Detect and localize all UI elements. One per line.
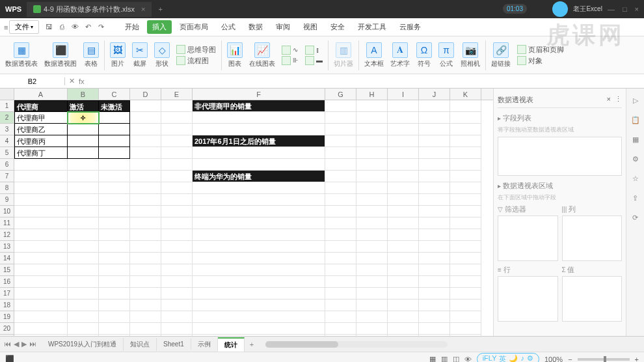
- add-sheet-button[interactable]: +: [245, 341, 259, 348]
- picture-button[interactable]: 🖼图片: [107, 42, 128, 68]
- cell[interactable]: [356, 217, 388, 229]
- cell[interactable]: [68, 135, 99, 147]
- cell[interactable]: [130, 112, 161, 124]
- cell[interactable]: [68, 299, 99, 311]
- cell[interactable]: [193, 335, 325, 336]
- cell[interactable]: [130, 194, 161, 206]
- col-header[interactable]: E: [161, 89, 193, 100]
- row-header[interactable]: 4: [0, 135, 14, 147]
- cell[interactable]: [14, 311, 68, 323]
- cell[interactable]: [130, 229, 161, 241]
- cell[interactable]: 代理商丙: [14, 135, 68, 147]
- cell[interactable]: 终端为华为的销量: [193, 171, 325, 182]
- maximize-icon[interactable]: □: [623, 5, 627, 13]
- cell[interactable]: [161, 241, 193, 253]
- cell[interactable]: [388, 288, 419, 299]
- cell[interactable]: [356, 229, 388, 241]
- cell[interactable]: [161, 194, 193, 206]
- cell[interactable]: [161, 264, 193, 276]
- row-header[interactable]: 12: [0, 229, 14, 241]
- last-sheet-icon[interactable]: ⏭: [29, 340, 36, 348]
- cell[interactable]: [450, 112, 481, 124]
- cell[interactable]: [388, 276, 419, 288]
- cell[interactable]: [356, 253, 388, 264]
- select-tool-icon[interactable]: ▷: [630, 95, 641, 105]
- cell[interactable]: [14, 229, 68, 241]
- sparkline-wl[interactable]: ▬: [305, 56, 323, 65]
- cell[interactable]: [130, 206, 161, 217]
- cell[interactable]: [450, 229, 481, 241]
- cell[interactable]: [99, 253, 130, 264]
- cell[interactable]: [356, 206, 388, 217]
- cell[interactable]: [419, 206, 450, 217]
- filter-area[interactable]: [498, 216, 558, 261]
- select-all-corner[interactable]: [0, 89, 14, 100]
- pivot-chart-button[interactable]: ⬛数据透视图: [42, 42, 79, 68]
- col-header[interactable]: F: [193, 89, 325, 100]
- cell[interactable]: [388, 147, 419, 159]
- cell[interactable]: [388, 217, 419, 229]
- cell[interactable]: [450, 171, 481, 182]
- row-header[interactable]: 21: [0, 335, 14, 336]
- sheet-tab-active[interactable]: 统计: [218, 337, 245, 352]
- formula-input[interactable]: [88, 77, 644, 85]
- view-normal-icon[interactable]: ▦: [429, 355, 436, 362]
- cell[interactable]: [325, 112, 356, 124]
- row-header[interactable]: 2: [0, 112, 14, 124]
- cell[interactable]: [388, 159, 419, 171]
- cell[interactable]: 2017年6月1日之后的销量: [193, 135, 325, 147]
- cell[interactable]: [450, 335, 481, 336]
- cell[interactable]: [193, 182, 325, 194]
- cell[interactable]: [68, 311, 99, 323]
- cell[interactable]: [14, 217, 68, 229]
- cell[interactable]: [14, 171, 68, 182]
- view-page-icon[interactable]: ▥: [441, 355, 448, 362]
- cell[interactable]: [356, 299, 388, 311]
- tab-view[interactable]: 视图: [298, 20, 323, 34]
- cell[interactable]: [14, 206, 68, 217]
- cell[interactable]: [193, 264, 325, 276]
- cell[interactable]: [450, 194, 481, 206]
- preview-icon[interactable]: 👁: [70, 23, 79, 31]
- cell[interactable]: [14, 276, 68, 288]
- col-header[interactable]: J: [419, 89, 450, 100]
- cell[interactable]: [161, 311, 193, 323]
- row-header[interactable]: 9: [0, 194, 14, 206]
- cell[interactable]: [419, 311, 450, 323]
- row-header[interactable]: 10: [0, 206, 14, 217]
- panel-menu-icon[interactable]: ⋮: [615, 95, 622, 103]
- row-header[interactable]: 17: [0, 288, 14, 299]
- cell[interactable]: [325, 299, 356, 311]
- col-header[interactable]: C: [99, 89, 130, 100]
- cell[interactable]: [99, 229, 130, 241]
- cell[interactable]: [130, 299, 161, 311]
- cell[interactable]: 代理商乙: [14, 124, 68, 135]
- cell[interactable]: [325, 276, 356, 288]
- cell[interactable]: [130, 135, 161, 147]
- cell[interactable]: [356, 124, 388, 135]
- cell[interactable]: [14, 241, 68, 253]
- clipboard-icon[interactable]: 📋: [630, 115, 641, 125]
- cell[interactable]: [130, 159, 161, 171]
- file-menu[interactable]: 文件▾: [9, 20, 39, 34]
- cell[interactable]: [68, 124, 99, 135]
- row-header[interactable]: 19: [0, 311, 14, 323]
- cell[interactable]: [419, 194, 450, 206]
- column-area[interactable]: [562, 216, 623, 261]
- cell[interactable]: [356, 159, 388, 171]
- cell[interactable]: 代理商甲: [14, 112, 68, 124]
- cell[interactable]: [325, 124, 356, 135]
- cell[interactable]: [193, 276, 325, 288]
- cell[interactable]: [450, 217, 481, 229]
- fx-icon[interactable]: fx: [79, 77, 85, 85]
- row-header[interactable]: 13: [0, 241, 14, 253]
- chart-button[interactable]: 📊图表: [224, 42, 245, 68]
- cell[interactable]: [130, 311, 161, 323]
- cell[interactable]: [99, 288, 130, 299]
- cell[interactable]: [161, 171, 193, 182]
- cell[interactable]: [450, 124, 481, 135]
- name-box[interactable]: B2: [0, 77, 65, 85]
- cell[interactable]: [450, 241, 481, 253]
- close-tab-icon[interactable]: ×: [141, 5, 145, 13]
- cell[interactable]: [356, 335, 388, 336]
